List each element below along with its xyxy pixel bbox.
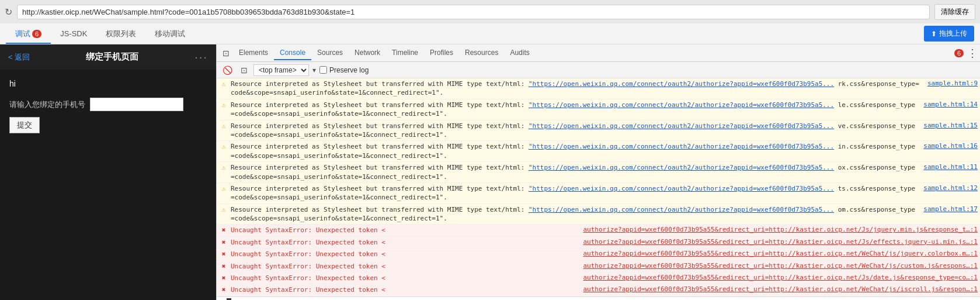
panel-title: 绑定手机页面 [86,51,138,63]
error-link-2[interactable]: authorize?appid=wxef600f0d73b95a55&redir… [583,238,978,246]
devtools-panel: ⊡ Elements Console Sources Network Timel… [216,44,980,300]
wechat-tab-jssdk[interactable]: JS-SDK [51,25,96,43]
frame-select[interactable]: <top frame> [253,64,309,76]
wechat-tabs: 调试6 JS-SDK 权限列表 移动调试 ⬆ 拖拽上传 [0,23,980,44]
msg-link-6[interactable]: "https://open.weixin.qq.com/connect/oaut… [529,185,834,192]
main-layout: < 返回 绑定手机页面 ··· hi 请输入您绑定的手机号 提交 ⊡ Eleme… [0,44,980,300]
console-toolbar: 🚫 ⊡ <top frame> ▾ Preserve log [217,62,980,78]
warn-icon-3: ⚠ [219,122,228,130]
url-input[interactable] [17,5,930,19]
console-error-1: ✖ Uncaught SyntaxError: Unexpected token… [217,225,980,236]
hi-text: hi [9,79,207,88]
upload-icon: ⬆ [931,30,937,38]
devtools-menu-button[interactable]: ⋮ [967,47,978,60]
console-message-7: ⚠ Resource interpreted as Stylesheet but… [217,204,980,225]
console-error-6: ✖ Uncaught SyntaxError: Unexpected token… [217,284,980,296]
phone-label: 请输入您绑定的手机号 [9,98,207,111]
warn-icon-5: ⚠ [219,164,228,171]
console-error-2: ✖ Uncaught SyntaxError: Unexpected token… [217,237,980,249]
tab-sources[interactable]: Sources [311,46,349,60]
wechat-tab-debug[interactable]: 调试6 [6,24,51,44]
upload-button[interactable]: ⬆ 拖拽上传 [924,26,974,42]
tab-console[interactable]: Console [274,46,311,60]
console-filter-button[interactable]: ⊡ [238,64,250,76]
msg-src-7[interactable]: sample.html:17 [919,205,978,213]
error-count-badge: 6 [954,49,964,57]
warn-icon-2: ⚠ [219,101,228,109]
error-link-1[interactable]: authorize?appid=wxef600f0d73b95a55&redir… [583,226,978,233]
error-icon-4: ✖ [219,263,228,270]
tab-profiles[interactable]: Profiles [424,46,459,60]
msg-link-4[interactable]: "https://open.weixin.qq.com/connect/oaut… [529,143,834,150]
console-message-2: ⚠ Resource interpreted as Stylesheet but… [217,99,980,120]
console-error-4: ✖ Uncaught SyntaxError: Unexpected token… [217,261,980,273]
error-link-6[interactable]: authorize?appid=wxef600f0d73b95a55&redir… [583,285,978,293]
console-input-row: > [217,296,980,300]
msg-link-1[interactable]: "https://open.weixin.qq.com/connect/oaut… [529,80,834,88]
tab-network[interactable]: Network [349,46,386,60]
warn-icon-1: ⚠ [219,80,228,88]
devtools-tab-right: 6 ⋮ [954,47,978,60]
console-message-3: ⚠ Resource interpreted as Stylesheet but… [217,120,980,142]
wechat-tab-mobile[interactable]: 移动调试 [145,24,194,44]
clear-cache-button[interactable]: 清除缓存 [934,4,975,20]
submit-button[interactable]: 提交 [9,117,40,133]
phone-input[interactable] [90,98,183,111]
error-link-4[interactable]: authorize?appid=wxef600f0d73b95a55&redir… [583,262,978,270]
refresh-button[interactable]: ↻ [5,6,12,18]
msg-link-3[interactable]: "https://open.weixin.qq.com/connect/oaut… [529,122,834,130]
preserve-log-checkbox[interactable] [319,66,327,74]
tab-resources[interactable]: Resources [459,46,504,60]
msg-link-2[interactable]: "https://open.weixin.qq.com/connect/oaut… [529,101,834,109]
tab-elements[interactable]: Elements [233,46,274,60]
error-icon-6: ✖ [219,286,228,294]
left-panel-content: hi 请输入您绑定的手机号 提交 [0,70,216,300]
msg-src-4[interactable]: sample.html:16 [919,142,978,150]
console-message-5: ⚠ Resource interpreted as Stylesheet but… [217,162,980,183]
msg-link-7[interactable]: "https://open.weixin.qq.com/connect/oaut… [529,206,834,213]
preserve-log-label[interactable]: Preserve log [319,66,369,74]
console-message-6: ⚠ Resource interpreted as Stylesheet but… [217,183,980,204]
devtools-tab-bar: ⊡ Elements Console Sources Network Timel… [217,44,980,62]
warn-icon-6: ⚠ [219,185,228,192]
msg-src-6[interactable]: sample.html:12 [919,184,978,192]
wechat-tab-permissions[interactable]: 权限列表 [96,24,145,44]
msg-link-5[interactable]: "https://open.weixin.qq.com/connect/oaut… [529,164,834,171]
back-button[interactable]: < 返回 [8,52,30,63]
error-link-3[interactable]: authorize?appid=wxef600f0d73b95a55&redir… [583,250,978,257]
error-icon-2: ✖ [219,239,228,246]
tab-timeline[interactable]: Timeline [386,46,424,60]
devtools-inspector-icon[interactable]: ⊡ [219,46,233,60]
warn-icon-7: ⚠ [219,206,228,213]
console-message-4: ⚠ Resource interpreted as Stylesheet but… [217,141,980,162]
msg-src-5[interactable]: sample.html:11 [919,163,978,171]
left-panel-header: < 返回 绑定手机页面 ··· [0,44,216,70]
console-error-5: ✖ Uncaught SyntaxError: Unexpected token… [217,273,980,284]
top-bar: ↻ 清除缓存 [0,0,980,23]
left-panel: < 返回 绑定手机页面 ··· hi 请输入您绑定的手机号 提交 [0,44,216,300]
debug-badge: 6 [32,30,41,38]
msg-src-2[interactable]: sample.html:14 [919,101,978,108]
tab-audits[interactable]: Audits [504,46,535,60]
wechat-tabs-right: ⬆ 拖拽上传 [924,26,974,42]
error-link-5[interactable]: authorize?appid=wxef600f0d73b95a55&redir… [583,274,978,281]
console-error-3: ✖ Uncaught SyntaxError: Unexpected token… [217,249,980,260]
console-clear-button[interactable]: 🚫 [220,64,235,76]
msg-src-1[interactable]: sample.html:9 [923,80,978,87]
console-message-1: ⚠ Resource interpreted as Stylesheet but… [217,78,980,99]
warn-icon-4: ⚠ [219,143,228,150]
console-messages: ⚠ Resource interpreted as Stylesheet but… [217,78,980,300]
msg-src-3[interactable]: sample.html:15 [919,122,978,129]
error-icon-3: ✖ [219,250,228,258]
error-icon-1: ✖ [219,226,228,234]
more-button[interactable]: ··· [194,50,208,64]
error-icon-5: ✖ [219,274,228,282]
